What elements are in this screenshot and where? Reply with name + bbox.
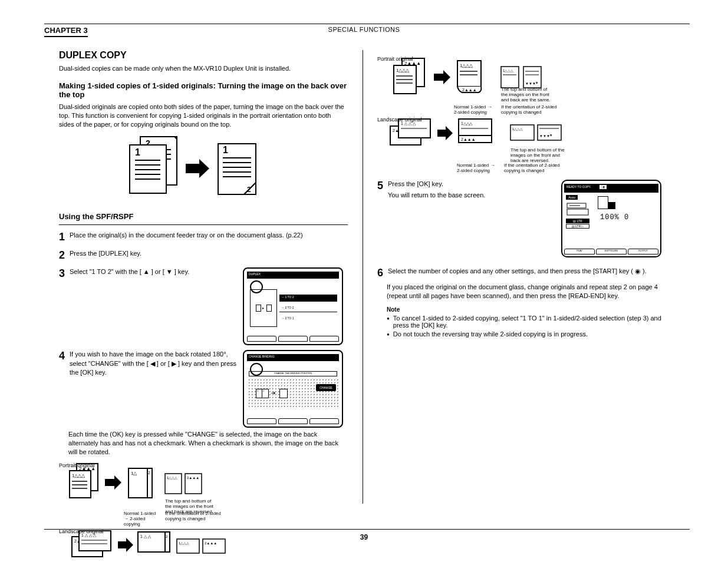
svg-text:1△△△: 1△△△ bbox=[503, 69, 513, 72]
lcd-change-button: CHANGE bbox=[316, 384, 336, 391]
step-number: 2 bbox=[59, 249, 65, 262]
step-text: Press the [DUPLEX] key. bbox=[70, 250, 141, 257]
svg-marker-60 bbox=[434, 70, 450, 84]
subsection-spf: Using the SPF/RSPF bbox=[59, 212, 348, 221]
svg-text:1△△△: 1△△△ bbox=[72, 473, 85, 478]
page-number: 39 bbox=[0, 533, 728, 541]
svg-text:▼▼▼ᄅ: ▼▼▼ᄅ bbox=[539, 134, 554, 138]
svg-text:1△△△: 1△△△ bbox=[512, 127, 523, 131]
svg-text:2: 2 bbox=[247, 186, 251, 194]
figure-portrait-row: Portrait original 2▲▲▲ 1△△△ 1△ 2 1△△ bbox=[59, 464, 348, 514]
lcd-title: CHANGE BINDING bbox=[247, 354, 339, 361]
lcd-ready-screen: READY TO COPY.▯▮ Auto ▤ LTR ▤ LTR ▷ 100 bbox=[561, 180, 661, 257]
page-header-title: SPECIAL FUNCTIONS bbox=[0, 26, 728, 33]
note-label: Note bbox=[387, 306, 666, 313]
svg-text:2▲▲▲: 2▲▲▲ bbox=[461, 137, 476, 141]
step-text: Select the number of copies and any othe… bbox=[388, 267, 666, 279]
lcd-title: DUPLEX bbox=[247, 272, 339, 279]
svg-text:1△△△: 1△△△ bbox=[167, 476, 177, 480]
svg-text:1△△△: 1△△△ bbox=[179, 541, 189, 545]
svg-text:2▲▲▲: 2▲▲▲ bbox=[187, 476, 199, 480]
svg-rect-90 bbox=[567, 209, 588, 215]
figure-landscape-row-r: Landscape original 2▲ 1 △ △ △ 1△△△ 2▲▲▲ … bbox=[377, 118, 666, 163]
note-bullet: Do not touch the reversing tray while 2-… bbox=[393, 330, 666, 339]
lcd-change-binding: CHANGE BINDING CHANGE THE BINDING POSITI… bbox=[243, 350, 343, 428]
svg-text:1△△△: 1△△△ bbox=[460, 63, 473, 68]
svg-marker-12 bbox=[186, 159, 209, 178]
lcd-duplex-menu: DUPLEX ▸ → 1 TO 2 → 2 TO 2 → 2 TO 1 bbox=[243, 267, 343, 345]
step-number: 4 bbox=[59, 350, 65, 428]
svg-marker-29 bbox=[105, 475, 121, 490]
body-text: Dual-sided originals are copied onto bot… bbox=[59, 103, 348, 129]
step-number: 1 bbox=[59, 231, 65, 243]
figure-portrait-row-r: Portrait original 2▲▲▲ 1△△△ 1△△△ 2▲▲▲ bbox=[377, 57, 666, 103]
caption: The top and bottom of the images on the … bbox=[501, 87, 554, 103]
step-text: Place the original(s) in the document fe… bbox=[70, 231, 348, 243]
svg-text:2▲▲▲: 2▲▲▲ bbox=[205, 541, 217, 545]
svg-text:2▲▲▲: 2▲▲▲ bbox=[462, 88, 477, 92]
intro-note: Dual-sided copies can be made only when … bbox=[59, 64, 348, 73]
svg-text:1: 1 bbox=[135, 147, 140, 157]
svg-text:1△△△: 1△△△ bbox=[396, 68, 410, 73]
note-bullet: To cancel 1-sided to 2-sided copying, se… bbox=[393, 315, 666, 329]
body-text: If you placed the original on the docume… bbox=[387, 283, 666, 300]
svg-rect-86 bbox=[538, 125, 561, 140]
svg-marker-78 bbox=[437, 126, 453, 140]
svg-text:1: 1 bbox=[223, 145, 228, 155]
svg-text:1△△△: 1△△△ bbox=[461, 121, 473, 125]
lcd-option: → 2 TO 2 bbox=[279, 305, 337, 312]
step-text: Select "1 TO 2" with the [ ▲ ] or [ ▼ ] … bbox=[70, 268, 189, 275]
section-heading: DUPLEX COPY bbox=[59, 50, 348, 61]
step-text: If you wish to have the image on the bac… bbox=[70, 351, 236, 376]
lcd-option: → 1 TO 2 bbox=[279, 295, 337, 302]
figure-1to2: 2 1 1 bbox=[59, 133, 348, 204]
body-text: Each time the (OK) key is pressed while … bbox=[68, 430, 348, 457]
svg-text:▼▼▼ᄅ: ▼▼▼ᄅ bbox=[525, 82, 539, 85]
step-number: 3 bbox=[59, 267, 65, 345]
caption: The top and bottom of the images on the … bbox=[510, 147, 569, 163]
lcd-option: → 2 TO 1 bbox=[279, 316, 337, 323]
svg-text:2: 2 bbox=[148, 471, 150, 475]
subsection-heading: Making 1-sided copies of 1-sided origina… bbox=[59, 81, 348, 99]
step-number: 5 bbox=[377, 180, 383, 257]
step-number: 6 bbox=[377, 267, 383, 279]
svg-text:1△: 1△ bbox=[131, 471, 137, 476]
caption: The top and bottom of the images on the … bbox=[165, 498, 218, 514]
